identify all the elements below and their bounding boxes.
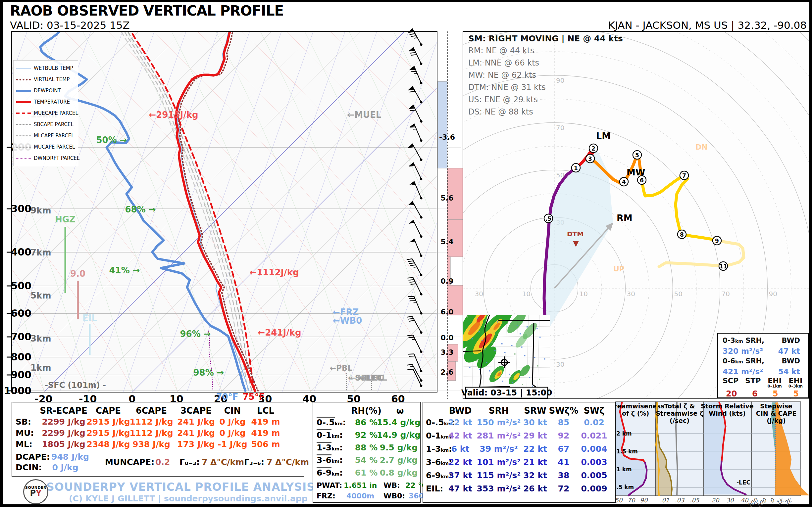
thermo-header: 6CAPE — [136, 406, 167, 416]
ring-label: 70 — [556, 124, 564, 132]
wb0-label: WB0: — [384, 492, 405, 500]
kin-cell: 29 kt — [523, 431, 547, 441]
storm-motion-line: SM: RIGHT MOVING | NE @ 44 kts — [468, 33, 673, 45]
thermo-cell: 938 J/kg — [133, 440, 170, 449]
rh-cell: 86 % — [355, 418, 378, 427]
ring-label: 90 — [769, 290, 777, 298]
rh-annotation: 98% → — [193, 368, 224, 378]
kin-cell: 6 kt — [451, 444, 469, 454]
kin-header: SWζ — [584, 406, 605, 416]
omega-cell: 14.9 g/kg — [377, 430, 420, 440]
omega-bar — [438, 81, 447, 168]
surface-label: -SFC (101m) - — [45, 381, 106, 390]
thermo-cell: 506 m — [251, 440, 280, 449]
legend-item: SBCAPE PARCEL — [16, 119, 75, 130]
ninepointzero-label: 9.0 — [70, 269, 86, 279]
omega-cell: 9.5 g/kg — [380, 443, 418, 452]
kin-header: BWD — [449, 406, 472, 416]
kin-header: SWζ% — [549, 406, 578, 416]
moist-row-label: 1-3km: — [317, 443, 343, 452]
cape-annotation: ←2915J/kg — [149, 110, 198, 120]
rh-annotation: 68% → — [125, 205, 156, 215]
thermo-cell: 419 m — [251, 417, 280, 427]
pressure-tick: 800 — [11, 351, 32, 363]
kin-cell: 0.004 — [581, 444, 607, 454]
legend-line-sample — [16, 90, 31, 92]
kin-header: SRH — [489, 406, 509, 416]
srh3-header: 0-3km SRH,BWD — [723, 336, 805, 346]
rh-annotation: 41% → — [109, 266, 140, 275]
legend-line-sample — [16, 113, 31, 114]
height-marker-label: 6 — [640, 177, 644, 184]
kin-cell: 41 — [558, 457, 570, 467]
inset-title: (J/kg) — [767, 417, 786, 424]
omega-value: -3.6 — [439, 133, 455, 141]
legend-line-sample — [16, 158, 31, 159]
ring-label: 30 — [475, 290, 483, 298]
inset-ytick: .5 km — [616, 484, 634, 491]
lr36-value: 7 Δ°C/km — [266, 457, 309, 467]
pressure-tick: 400 — [11, 246, 32, 258]
legend-item-label: WETBULB TEMP — [34, 65, 73, 71]
kin-cell: 67 — [558, 444, 570, 454]
omega-value: 2.6 — [441, 368, 454, 376]
frz-label: FRZ: — [317, 492, 336, 500]
thermo-header: CAPE — [96, 406, 121, 416]
kin-cell: 0.003 — [581, 457, 607, 467]
moisture-table: RH(%)ω0-.5km:86 %15.4 g/kg0-1km:92 %14.9… — [313, 402, 420, 503]
kin-cell: 39 m²/s² — [479, 444, 518, 454]
kin-cell: 281 m²/s² — [477, 431, 521, 441]
dn-label: DN — [696, 143, 708, 151]
inset-xtick: 0 — [768, 496, 776, 504]
sounderpy-figure: RAOB OBSERVED VERTICAL PROFILE VALID: 03… — [0, 0, 812, 507]
srh6-values: 421 m²/s²54 kt — [723, 367, 805, 377]
inset-xtick: 20 — [712, 497, 720, 504]
muncape-value: 0.2 — [155, 457, 170, 467]
rh-cell: 88 % — [355, 443, 378, 452]
kin-cell: 0.021 — [581, 431, 607, 441]
thermo-cell: -1 J/kg — [217, 440, 247, 449]
inset-xtick: 90 — [640, 497, 648, 504]
legend-item-label: SBCAPE PARCEL — [34, 121, 73, 127]
kin-cell: 42 kt — [448, 431, 472, 441]
omega-cell: 0.8 g/kg — [380, 468, 418, 477]
inset-xtick: .01 — [660, 497, 670, 504]
storm-motion-readout: SM: RIGHT MOVING | NE @ 44 ktsRM: NE @ 4… — [468, 33, 673, 118]
cape-annotation: ←1112J/kg — [249, 267, 299, 277]
lec-label: -LEC — [737, 479, 750, 486]
moist-row-label: 0-1km: — [317, 430, 343, 440]
legend-item-label: TEMPERATURE — [34, 99, 70, 105]
thermo-header: CIN — [224, 406, 241, 416]
inset-title: Streamwise ζ — [656, 410, 703, 417]
legend-item: WETBULB TEMP — [16, 63, 75, 74]
height-marker-label: 2 — [592, 145, 596, 152]
rh-header: RH(%) — [351, 406, 382, 416]
lr36-label: Γ₃₋₆: — [244, 457, 264, 467]
legend-line-sample — [16, 101, 31, 103]
kin-cell: 0.005 — [581, 470, 607, 480]
thermo-cell: 2299 J/kg — [42, 428, 85, 438]
inset-xtick: 2k — [783, 496, 794, 507]
omega-value: 6.0 — [441, 308, 454, 316]
inset-title: Storm Relative — [701, 402, 753, 410]
kinematics-table: BWDSRHSRWSWζ%SWζ0-.5km:22 kt150 m²/s²30 … — [422, 402, 616, 503]
kin-cell: 21 kt — [523, 457, 547, 467]
storm-motion-line: RM: NE @ 44 kts — [468, 45, 673, 57]
ring-label: 50 — [674, 290, 682, 298]
moist-row-label: 3-6km: — [317, 455, 343, 465]
inset-title: Wind (kts) — [709, 410, 746, 417]
thermo-cell: 173 J/kg — [177, 440, 215, 449]
storm-motion-line: MW: NE @ 62 kts — [468, 69, 673, 81]
surface-temp-f-label: 75°F — [243, 392, 265, 402]
inset-title: (/sec) — [670, 417, 690, 424]
pressure-tick: 300 — [11, 203, 32, 215]
height-label: 3km — [31, 334, 51, 343]
height-marker-label: 5 — [635, 152, 639, 159]
storm-motion-line: DS: NE @ 88 kts — [468, 106, 673, 118]
legend-item-label: DEWPOINT — [34, 88, 61, 94]
thermo-cell: 2915 J/kg — [87, 428, 130, 438]
rh-cell: 61 % — [355, 468, 378, 477]
kin-cell: 115 m²/s² — [477, 470, 521, 480]
kin-cell: 0.009 — [581, 484, 607, 494]
lr03-label: Γ₀₋₃: — [180, 457, 200, 467]
